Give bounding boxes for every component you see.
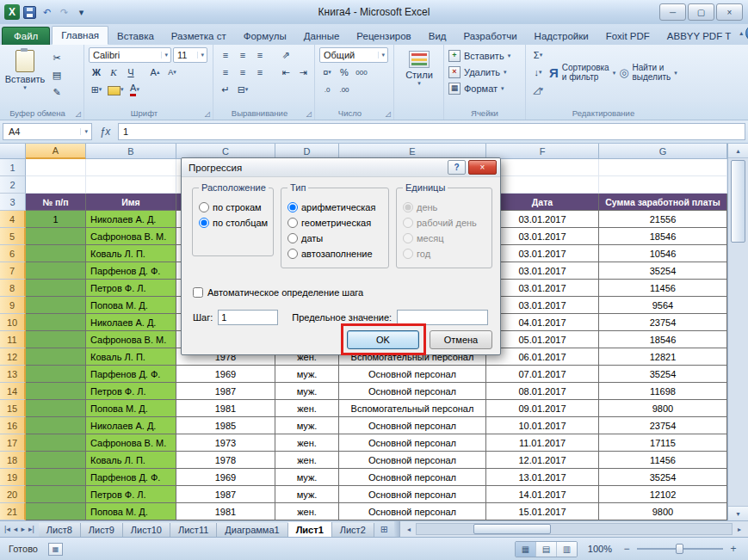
zoom-out-icon[interactable]: − — [621, 543, 633, 555]
align-center-button[interactable]: ≡ — [235, 65, 250, 80]
page-layout-view-button[interactable]: ▤ — [536, 542, 557, 557]
cell-D20[interactable]: муж. — [275, 486, 339, 503]
cell-G14[interactable]: 11698 — [599, 383, 727, 400]
row-header-17[interactable]: 17 — [0, 434, 26, 452]
cell-C15[interactable]: 1981 — [176, 400, 275, 417]
font-name-combo[interactable]: Calibri▾ — [89, 47, 171, 63]
cell-E16[interactable]: Основной персонал — [339, 417, 486, 434]
ribbon-tab-Вставка[interactable]: Вставка — [108, 28, 163, 45]
styles-button[interactable]: Стили ▾ — [399, 47, 440, 101]
align-bottom-button[interactable]: ≡ — [252, 47, 268, 63]
row-header-7[interactable]: 7 — [0, 262, 26, 280]
cell-B12[interactable]: Коваль Л. П. — [86, 348, 176, 366]
cell-C16[interactable]: 1985 — [176, 417, 275, 434]
cell-C21[interactable]: 1981 — [176, 503, 275, 520]
sheet-tab-Лист2[interactable]: Лист2 — [332, 523, 374, 537]
cell-B8[interactable]: Петров Ф. Л. — [86, 280, 176, 297]
percent-style-button[interactable]: % — [337, 65, 352, 80]
fill-color-button[interactable]: ▾ — [106, 82, 126, 97]
sheet-tab-Лист10[interactable]: Лист10 — [123, 523, 170, 537]
cell-B19[interactable]: Парфенов Д. Ф. — [86, 469, 176, 486]
cell-G9[interactable]: 9564 — [599, 297, 727, 314]
cell-B10[interactable]: Николаев А. Д. — [86, 314, 176, 331]
macro-record-icon[interactable]: ▦ — [48, 543, 63, 556]
minimize-button[interactable]: ─ — [659, 3, 686, 21]
cell-F3[interactable]: Дата — [486, 194, 599, 211]
cell-E20[interactable]: Основной персонал — [339, 486, 486, 503]
radio-input-по строкам[interactable] — [199, 202, 209, 212]
ribbon-tab-ABBYY PDF T[interactable]: ABBYY PDF T — [658, 28, 739, 45]
radio-input-арифметическая[interactable] — [287, 202, 298, 212]
sort-filter-button[interactable]: Я Сортировка и фильтр▾ — [549, 47, 615, 97]
cell-B11[interactable]: Сафронова В. М. — [86, 331, 176, 348]
row-header-8[interactable]: 8 — [0, 280, 26, 297]
cell-E13[interactable]: Основной персонал — [339, 366, 486, 383]
cell-A8[interactable] — [26, 280, 86, 297]
wrap-text-button[interactable]: ↵ — [218, 82, 233, 97]
decrease-indent-button[interactable]: ⇤ — [278, 65, 294, 80]
column-header-F[interactable]: F — [486, 144, 599, 159]
insert-function-button[interactable]: ƒx — [95, 126, 115, 138]
limit-input[interactable] — [397, 310, 488, 325]
cell-C18[interactable]: 1978 — [176, 452, 275, 469]
cell-A9[interactable] — [26, 297, 86, 314]
italic-button[interactable]: К — [106, 65, 121, 80]
format-painter-button[interactable]: ✎ — [49, 84, 65, 100]
cell-F6[interactable]: 03.01.2017 — [486, 245, 599, 262]
increase-decimal-button[interactable]: .0 — [319, 82, 335, 97]
cell-F18[interactable]: 12.01.2017 — [486, 452, 599, 469]
auto-step-checkbox[interactable] — [193, 287, 203, 298]
scroll-up-icon[interactable]: ▴ — [728, 144, 748, 158]
cell-F5[interactable]: 03.01.2017 — [486, 228, 599, 245]
ribbon-tab-Вид[interactable]: Вид — [420, 28, 455, 45]
cell-A4[interactable]: 1 — [26, 211, 86, 228]
cell-A11[interactable] — [26, 331, 86, 348]
zoom-in-icon[interactable]: + — [727, 543, 739, 555]
row-header-19[interactable]: 19 — [0, 469, 26, 486]
cell-G19[interactable]: 35254 — [599, 469, 727, 486]
prev-sheet-icon[interactable]: ◂ — [14, 525, 18, 533]
row-header-10[interactable]: 10 — [0, 314, 26, 331]
paste-button[interactable]: Вставить ▾ — [4, 47, 46, 101]
vertical-scrollbar-thumb[interactable] — [731, 160, 745, 243]
align-right-button[interactable]: ≡ — [252, 65, 268, 80]
collapse-ribbon-icon[interactable]: ▴ — [739, 29, 743, 37]
row-header-9[interactable]: 9 — [0, 297, 26, 314]
cell-A3[interactable]: № п/п — [26, 194, 86, 211]
cancel-button[interactable]: Отмена — [430, 330, 492, 349]
cell-D14[interactable]: муж. — [275, 383, 339, 400]
cell-G8[interactable]: 11456 — [599, 280, 727, 297]
scroll-down-icon[interactable]: ▾ — [728, 506, 748, 520]
cell-B2[interactable] — [86, 176, 176, 194]
cell-G15[interactable]: 9800 — [599, 400, 727, 417]
cell-G12[interactable]: 12821 — [599, 348, 727, 366]
row-header-12[interactable]: 12 — [0, 348, 26, 366]
horizontal-scrollbar-thumb[interactable] — [473, 524, 551, 534]
cell-A6[interactable] — [26, 245, 86, 262]
cell-G20[interactable]: 12102 — [599, 486, 727, 503]
sheet-tab-Лист11[interactable]: Лист11 — [170, 523, 217, 537]
cell-A19[interactable] — [26, 469, 86, 486]
restore-button[interactable]: ▢ — [688, 3, 714, 21]
undo-button[interactable]: ↶ — [40, 5, 54, 19]
borders-button[interactable]: ⊞▾ — [89, 82, 104, 97]
cell-F21[interactable]: 15.01.2017 — [486, 503, 599, 520]
ribbon-tab-Foxit PDF[interactable]: Foxit PDF — [597, 28, 658, 45]
cell-C14[interactable]: 1987 — [176, 383, 275, 400]
insert-cells-button[interactable]: + Вставить▾ — [448, 47, 521, 64]
orientation-button[interactable]: ⇗ — [278, 47, 294, 63]
paste-dropdown-icon[interactable]: ▾ — [23, 84, 27, 91]
cell-B15[interactable]: Попова М. Д. — [86, 400, 176, 417]
radio-input-автозаполнение[interactable] — [287, 249, 298, 259]
horizontal-scrollbar-track[interactable] — [416, 523, 733, 535]
cell-A20[interactable] — [26, 486, 86, 503]
ribbon-tab-Главная[interactable]: Главная — [52, 26, 108, 45]
row-header-14[interactable]: 14 — [0, 383, 26, 400]
radio-input-даты[interactable] — [287, 233, 298, 243]
row-header-2[interactable]: 2 — [0, 176, 26, 194]
number-dialog-launcher-icon[interactable]: ◿ — [386, 110, 391, 118]
row-header-11[interactable]: 11 — [0, 331, 26, 348]
cell-G16[interactable]: 23754 — [599, 417, 727, 434]
align-middle-button[interactable]: ≡ — [235, 47, 250, 63]
sheet-tab-Диаграмма1[interactable]: Диаграмма1 — [217, 523, 287, 537]
